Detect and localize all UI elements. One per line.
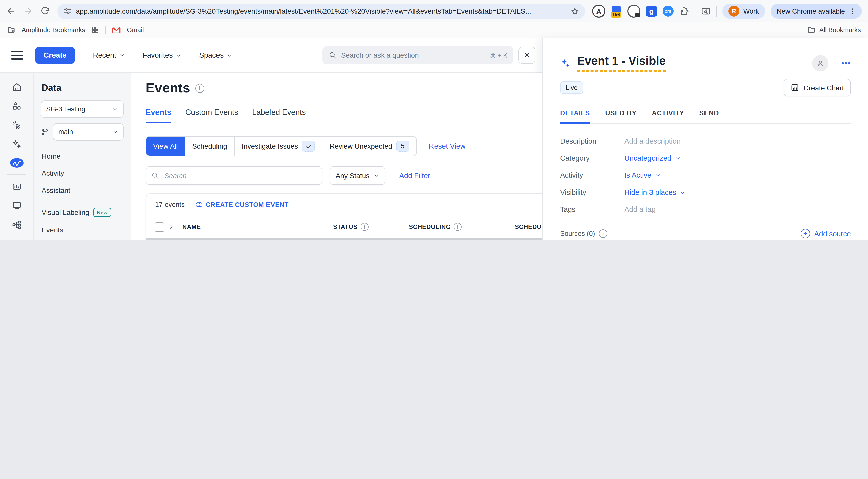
project-select[interactable]: SG-3 Testing [41,100,124,118]
tags-placeholder[interactable]: Add a tag [624,205,655,213]
column-scheduled[interactable]: SCHEDULED [515,223,542,230]
category-dropdown[interactable]: Uncategorized [624,154,680,162]
extension-blocker-icon[interactable]: 156 [611,5,622,17]
extension-lock-icon[interactable] [627,4,641,18]
extension-grammarly-icon[interactable]: g [646,5,657,17]
panel-tab-used-by[interactable]: USED BY [605,109,637,123]
browser-menu-icon[interactable]: ⋮ [849,7,856,15]
tab-events[interactable]: Events [146,108,171,123]
gmail-bookmark-label[interactable]: Gmail [127,26,144,34]
apps-grid-icon[interactable] [91,26,100,34]
chrome-update-label: New Chrome available [777,7,845,15]
chevron-down-icon [113,106,118,112]
panel-tab-details[interactable]: DETAILS [560,109,590,124]
close-search-button[interactable]: ✕ [518,47,535,64]
tab-labeled-events[interactable]: Labeled Events [252,108,306,123]
url-bar[interactable]: app.amplitude.com/data/amplitude/SG-3%20… [57,3,585,19]
chart-icon [790,83,799,92]
create-custom-event-button[interactable]: CREATE CUSTOM EVENT [195,200,288,208]
events-tabs: Events Custom Events Labeled Events [146,108,542,123]
bookmarks-bar: Amplitude Bookmarks Gmail All Bookmarks [0,22,868,38]
expand-chevron-icon[interactable] [168,224,174,230]
view-scheduling-tab[interactable]: Scheduling [185,136,234,156]
extension-zoom-icon[interactable]: zm [662,5,674,17]
branch-select[interactable]: main [53,123,124,140]
description-placeholder[interactable]: Add a description [624,137,681,145]
sidebar-item-assistant[interactable]: Assistant [34,182,131,199]
search-icon [151,171,159,180]
panel-title[interactable]: Event 1 - Visible [577,54,665,72]
extension-a-icon[interactable]: A [592,4,605,18]
dashboards-icon[interactable] [11,181,22,192]
visual-labeling-cursor-icon[interactable] [11,120,22,131]
back-icon[interactable] [6,6,16,16]
chevron-down-icon [373,173,379,178]
ai-sparkle-icon[interactable] [560,58,571,68]
column-name[interactable]: NAME [182,223,333,230]
data-sidebar: Data SG-3 Testing main Home Activity [34,73,131,240]
reload-icon[interactable] [40,6,50,16]
sidebar-item-visual-labeling[interactable]: Visual Labeling New [34,203,131,221]
side-panel-icon[interactable] [701,6,711,16]
bookmarks-folder-icon[interactable] [7,26,16,34]
displays-icon[interactable] [11,200,22,211]
event-count: 17 events [155,200,185,208]
journeys-icon[interactable] [11,219,22,230]
add-source-button[interactable]: + Add source [800,229,851,238]
reset-view-link[interactable]: Reset View [429,142,465,150]
info-icon[interactable]: i [195,84,204,93]
screen: app.amplitude.com/data/amplitude/SG-3%20… [0,0,868,240]
add-filter-link[interactable]: Add Filter [399,171,430,180]
custom-event-icon [195,200,202,208]
page-title: Events i [146,80,542,96]
global-search-input[interactable]: Search or ask a question ⌘ + K [322,46,514,64]
panel-status-badge: Live [560,81,583,94]
tab-custom-events[interactable]: Custom Events [185,108,238,123]
events-search-input[interactable] [163,171,317,180]
panel-tab-send[interactable]: SEND [699,109,719,123]
spaces-menu[interactable]: Spaces [199,51,232,59]
site-settings-icon[interactable] [63,7,71,15]
url-text[interactable]: app.amplitude.com/data/amplitude/SG-3%20… [76,7,566,15]
shapes-icon[interactable] [11,101,22,111]
panel-tab-activity[interactable]: ACTIVITY [652,109,684,123]
sidebar-item-activity[interactable]: Activity [34,165,131,182]
info-icon[interactable]: i [599,229,607,238]
create-chart-button[interactable]: Create Chart [784,79,851,96]
hamburger-menu-icon[interactable] [11,51,23,60]
users-icon[interactable] [11,238,22,240]
chevron-down-icon [176,53,181,58]
forward-icon[interactable] [23,6,33,16]
view-review-unexpected-tab[interactable]: Review Unexpected 5 [322,136,416,156]
recent-menu[interactable]: Recent [93,51,125,59]
profile-chip[interactable]: R Work [722,3,765,19]
watcher-avatar[interactable] [812,55,828,71]
favorites-menu[interactable]: Favorites [143,51,181,59]
view-investigate-issues-tab[interactable]: Investigate Issues [234,136,322,156]
ai-sparkles-icon[interactable] [11,139,22,150]
view-all-tab[interactable]: View All [146,136,185,156]
sidebar-item-events[interactable]: Events [34,221,131,238]
chrome-update-button[interactable]: New Chrome available ⋮ [771,3,862,19]
create-button[interactable]: Create [35,47,75,64]
column-scheduling[interactable]: SCHEDULINGi [409,223,515,231]
chevron-down-icon [675,155,680,161]
field-tags: Tags Add a tag [560,201,851,218]
bookmark-star-icon[interactable] [570,7,579,15]
field-visibility: Visibility Hide in 3 places [560,184,851,201]
activity-dropdown[interactable]: Is Active [624,171,660,179]
sidebar-item-properties[interactable]: Properties [34,238,131,240]
extensions-puzzle-icon[interactable] [679,6,689,16]
sidebar-item-home[interactable]: Home [34,148,131,165]
amplitude-logo[interactable] [10,158,23,168]
all-bookmarks-folder-icon[interactable] [807,26,816,34]
status-filter-dropdown[interactable]: Any Status [330,166,385,185]
panel-more-menu-icon[interactable]: ••• [841,59,851,67]
select-all-checkbox[interactable] [155,222,164,232]
visibility-dropdown[interactable]: Hide in 3 places [624,188,685,196]
bookmarks-folder-label[interactable]: Amplitude Bookmarks [22,26,85,34]
divider [7,174,26,175]
all-bookmarks-label[interactable]: All Bookmarks [819,26,861,34]
column-status[interactable]: STATUSi [333,223,409,231]
home-icon[interactable] [11,82,22,92]
